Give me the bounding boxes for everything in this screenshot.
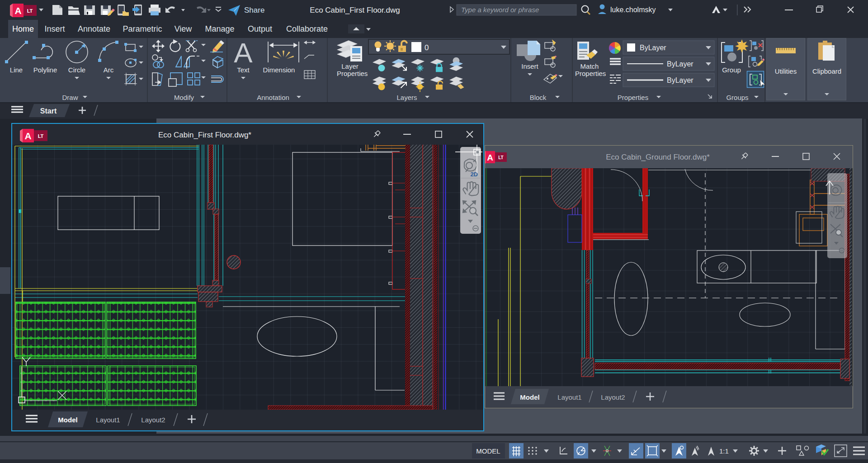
svg-text:ByLayer: ByLayer bbox=[667, 60, 693, 68]
svg-text:Layout2: Layout2 bbox=[141, 416, 165, 424]
svg-text:Layout2: Layout2 bbox=[601, 393, 625, 401]
svg-text:Layout1: Layout1 bbox=[96, 416, 120, 424]
svg-text:Share: Share bbox=[244, 6, 264, 14]
svg-text:0: 0 bbox=[425, 43, 429, 52]
svg-text:LT: LT bbox=[27, 8, 33, 14]
svg-text:Eco Cabin_Ground Floor.dwg*: Eco Cabin_Ground Floor.dwg* bbox=[606, 153, 710, 161]
svg-text:Eco Cabin_First Floor.dwg: Eco Cabin_First Floor.dwg bbox=[310, 6, 400, 14]
svg-text:Eco Cabin_First Floor.dwg*: Eco Cabin_First Floor.dwg* bbox=[158, 131, 251, 139]
svg-text:LT: LT bbox=[498, 155, 503, 160]
svg-text:A: A bbox=[234, 38, 253, 68]
svg-text:1:1: 1:1 bbox=[719, 447, 729, 455]
svg-text:Layout1: Layout1 bbox=[557, 393, 581, 401]
svg-text:Type a keyword or phrase: Type a keyword or phrase bbox=[461, 6, 539, 14]
svg-text:LT: LT bbox=[38, 133, 44, 139]
svg-text:MODEL: MODEL bbox=[476, 447, 500, 455]
svg-text:A: A bbox=[24, 131, 31, 141]
svg-text:A: A bbox=[14, 5, 21, 16]
svg-text:luke.cholmsky: luke.cholmsky bbox=[610, 6, 656, 14]
svg-text:Model: Model bbox=[58, 416, 77, 424]
svg-text:A: A bbox=[487, 153, 493, 162]
svg-text:Start: Start bbox=[40, 107, 57, 115]
svg-text:ByLayer: ByLayer bbox=[640, 44, 666, 52]
svg-text:Model: Model bbox=[520, 393, 539, 401]
svg-text:ByLayer: ByLayer bbox=[667, 76, 693, 84]
